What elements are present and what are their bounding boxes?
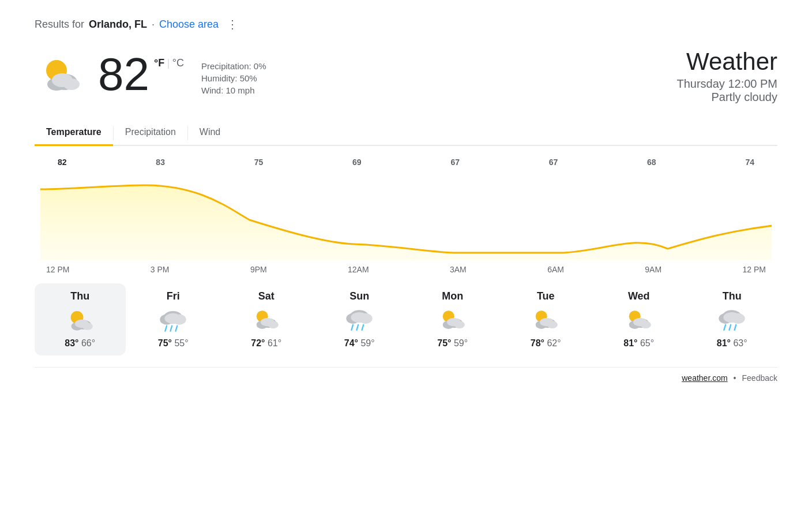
weather-left: 82 °F | °C Precipitation: 0% Humidity: 5… bbox=[35, 48, 266, 100]
unit-divider: | bbox=[167, 57, 170, 69]
feedback-link[interactable]: Feedback bbox=[742, 373, 777, 383]
svg-line-48 bbox=[724, 325, 726, 330]
day-icon-tue bbox=[529, 306, 562, 335]
svg-point-43 bbox=[633, 318, 647, 327]
results-for-text: Results for bbox=[35, 18, 84, 31]
svg-point-4 bbox=[52, 73, 73, 87]
day-temps-thu: 83° 66° bbox=[65, 338, 95, 349]
chart-time-labels: 12 PM 3 PM 9PM 12AM 3AM 6AM 9AM 12 PM bbox=[40, 263, 772, 274]
svg-point-13 bbox=[165, 313, 182, 324]
day-name-sat: Sat bbox=[258, 290, 275, 302]
footer: weather.com • Feedback bbox=[35, 367, 777, 383]
day-card-mon[interactable]: Mon 75° 59° bbox=[407, 283, 498, 355]
day-low-sun: 59° bbox=[360, 338, 374, 348]
unit-fahrenheit[interactable]: °F bbox=[154, 57, 164, 69]
current-weather-icon bbox=[35, 48, 87, 100]
day-temps-wed: 81° 65° bbox=[623, 338, 654, 349]
location-text: Orlando, FL bbox=[89, 18, 147, 31]
day-high-sat: 72° bbox=[251, 338, 265, 348]
chart-label-5: 67 bbox=[549, 158, 558, 167]
day-name-mon: Mon bbox=[442, 290, 463, 302]
svg-point-47 bbox=[724, 312, 740, 323]
day-name-thu: Thu bbox=[70, 290, 89, 302]
day-icon-sat bbox=[250, 306, 283, 335]
day-low-tue: 62° bbox=[547, 338, 561, 348]
choose-area-link[interactable]: Choose area bbox=[159, 18, 219, 31]
tab-wind[interactable]: Wind bbox=[188, 121, 232, 146]
svg-line-50 bbox=[735, 325, 736, 330]
day-low-thu: 66° bbox=[81, 338, 95, 348]
chart-label-2: 75 bbox=[254, 158, 264, 167]
chart-label-1: 83 bbox=[156, 158, 165, 167]
day-card-tue[interactable]: Tue 78° 62° bbox=[501, 283, 592, 355]
time-label-7: 12 PM bbox=[742, 265, 765, 274]
daily-forecast: Thu 83° 66° Fri 75° 55° bbox=[35, 283, 777, 355]
precipitation-text: Precipitation: 0% bbox=[201, 61, 266, 71]
dot-separator: · bbox=[152, 18, 155, 31]
day-high-tue: 78° bbox=[531, 338, 544, 348]
day-high-thu: 83° bbox=[65, 338, 78, 348]
day-temps-tue: 78° 62° bbox=[531, 338, 561, 349]
svg-point-21 bbox=[261, 318, 275, 327]
unit-celsius[interactable]: °C bbox=[172, 57, 184, 69]
chart-svg bbox=[40, 168, 772, 260]
svg-line-14 bbox=[166, 326, 167, 331]
day-card-sun[interactable]: Sun 74° 59° bbox=[314, 283, 405, 355]
day-card-fri[interactable]: Fri 75° 55° bbox=[128, 283, 219, 355]
day-high-fri: 75° bbox=[158, 338, 172, 348]
day-low-thu2: 63° bbox=[733, 338, 747, 348]
day-card-wed[interactable]: Wed 81° 65° bbox=[593, 283, 685, 355]
day-name-fri: Fri bbox=[167, 290, 180, 302]
day-name-tue: Tue bbox=[537, 290, 555, 302]
wind-text: Wind: 10 mph bbox=[201, 85, 266, 95]
weather-main: 82 °F | °C Precipitation: 0% Humidity: 5… bbox=[35, 48, 777, 104]
time-label-3: 12AM bbox=[348, 265, 369, 274]
day-high-mon: 75° bbox=[437, 338, 451, 348]
day-name-wed: Wed bbox=[628, 290, 650, 302]
weather-condition: Partly cloudy bbox=[676, 91, 777, 104]
day-high-thu2: 81° bbox=[717, 338, 731, 348]
day-temps-fri: 75° 55° bbox=[158, 338, 189, 349]
svg-line-26 bbox=[352, 325, 354, 330]
day-icon-fri bbox=[157, 306, 189, 335]
footer-dot: • bbox=[734, 373, 736, 383]
weather-title: Weather bbox=[676, 48, 777, 75]
weather-details: Precipitation: 0% Humidity: 50% Wind: 10… bbox=[201, 54, 266, 95]
day-icon-thu bbox=[64, 306, 96, 335]
tab-temperature[interactable]: Temperature bbox=[35, 121, 113, 146]
day-name-sun: Sun bbox=[349, 290, 369, 302]
chart-label-7: 74 bbox=[745, 158, 754, 167]
time-label-5: 6AM bbox=[547, 265, 564, 274]
day-icon-mon bbox=[437, 306, 469, 335]
day-temps-sat: 72° 61° bbox=[251, 338, 281, 349]
day-low-wed: 65° bbox=[640, 338, 654, 348]
svg-line-15 bbox=[171, 326, 172, 331]
temperature-units: °F | °C bbox=[154, 57, 184, 69]
chart-label-0: 82 bbox=[58, 158, 67, 167]
temperature-display: 82 °F | °C bbox=[98, 51, 184, 98]
chart-label-6: 68 bbox=[647, 158, 656, 167]
day-temps-sun: 74° 59° bbox=[344, 338, 375, 349]
time-label-4: 3AM bbox=[450, 265, 467, 274]
svg-line-16 bbox=[176, 326, 178, 331]
svg-point-33 bbox=[447, 318, 461, 327]
day-card-thu[interactable]: Thu 83° 66° bbox=[35, 283, 126, 355]
weather-source-link[interactable]: weather.com bbox=[682, 373, 727, 383]
day-temps-mon: 75° 59° bbox=[437, 338, 468, 349]
more-options-icon[interactable]: ⋮ bbox=[227, 17, 238, 31]
day-icon-thu2 bbox=[716, 306, 748, 335]
time-label-1: 3 PM bbox=[151, 265, 170, 274]
tab-precipitation[interactable]: Precipitation bbox=[114, 121, 187, 146]
svg-point-25 bbox=[351, 312, 368, 323]
temperature-chart: 82 83 75 69 67 67 68 74 12 PM 3 PM 9PM 1… bbox=[35, 158, 777, 274]
svg-line-49 bbox=[730, 325, 731, 330]
day-card-sat[interactable]: Sat 72° 61° bbox=[221, 283, 312, 355]
temperature-value: 82 bbox=[98, 51, 149, 98]
day-icon-sun bbox=[343, 306, 375, 335]
day-temps-thu2: 81° 63° bbox=[717, 338, 747, 349]
svg-line-28 bbox=[362, 325, 364, 330]
day-card-thu2[interactable]: Thu 81° 63° bbox=[687, 283, 778, 355]
day-name-thu2: Thu bbox=[723, 290, 742, 302]
weather-right: Weather Thursday 12:00 PM Partly cloudy bbox=[676, 48, 777, 104]
day-low-mon: 59° bbox=[454, 338, 468, 348]
